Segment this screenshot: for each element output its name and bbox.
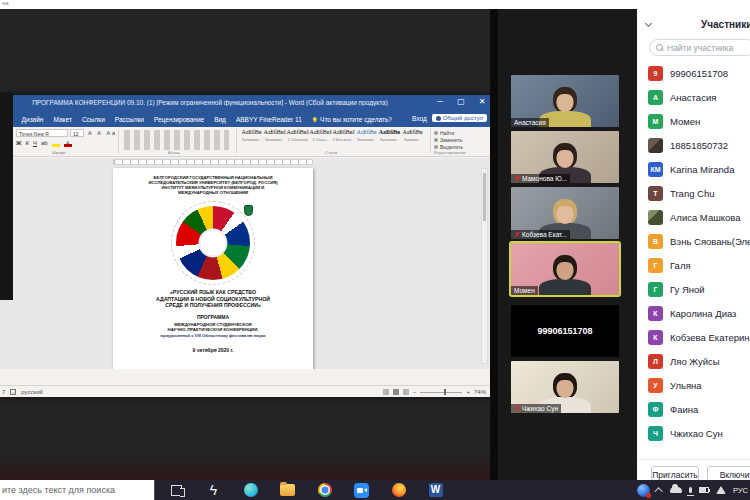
edge-button[interactable] <box>232 480 269 500</box>
share-button[interactable]: Общий доступ <box>432 114 487 122</box>
style-cell-1[interactable]: АаБбВвІЗаголово... <box>263 129 286 151</box>
participant-row[interactable]: УУльяна <box>637 373 750 397</box>
video-tile-name: Анастасия <box>511 118 549 127</box>
lightning-app-button[interactable]: ϟ <box>195 480 232 500</box>
tray-chevron-up-icon[interactable] <box>654 487 662 495</box>
change-case-buttons[interactable]: А А Аа <box>88 130 117 136</box>
participant-row[interactable]: ААнастасия <box>637 85 750 109</box>
word-scrollbar[interactable] <box>481 168 488 364</box>
editing-select-button[interactable]: Выделить <box>434 143 486 150</box>
participant-row[interactable]: ЧЧжихао Сун <box>637 421 750 445</box>
ruler[interactable] <box>0 158 490 166</box>
wifi-icon[interactable] <box>716 486 726 494</box>
zoom-slider[interactable] <box>420 392 462 393</box>
participant-row[interactable]: КМKarina Miranda <box>637 157 750 181</box>
participant-row[interactable]: ГГаля <box>637 253 750 277</box>
signin-link[interactable]: Вход <box>412 115 427 122</box>
file-explorer-button[interactable] <box>269 480 306 500</box>
bold-button[interactable]: Ж <box>16 140 21 147</box>
participant-photo-avatar <box>648 138 663 153</box>
firefox-button[interactable] <box>380 480 417 500</box>
participant-row[interactable]: ККобзева Екатерина Алек <box>637 325 750 349</box>
style-cell-3[interactable]: АаБбВвІ1 Обыч... <box>309 129 332 151</box>
word-taskbar-button[interactable]: W <box>417 480 454 500</box>
print-layout-icon[interactable] <box>393 389 399 395</box>
top-strip-text: на <box>2 0 9 6</box>
strikethrough-button[interactable]: ab <box>41 140 48 147</box>
folder-icon <box>280 484 295 496</box>
participant-name: Karina Miranda <box>670 164 734 175</box>
microphone-tray-icon[interactable] <box>689 487 692 493</box>
chrome-button[interactable] <box>306 480 343 500</box>
chevron-down-icon[interactable] <box>645 20 652 27</box>
participant-avatar: Т <box>648 186 663 201</box>
video-tile-4[interactable]: 99906151708 <box>511 305 619 357</box>
style-cell-4[interactable]: АаБбВвІ1 Без инте... <box>332 129 355 151</box>
style-cell-6[interactable]: АаБбВвЗаголово... <box>378 129 401 151</box>
participant-avatar: Г <box>648 258 663 273</box>
italic-button[interactable]: К <box>25 140 29 147</box>
editing-replace-button[interactable]: Заменить <box>434 136 486 143</box>
participant-row[interactable]: ТTrang Chu <box>637 181 750 205</box>
word-window[interactable]: ПРОГРАММА КОНФЕРЕНЦИИ 09.10. (1) [Режим … <box>0 95 490 397</box>
keyboard-language[interactable]: РУС <box>733 486 748 495</box>
ribbon-tab-6[interactable]: Вид <box>209 116 231 123</box>
ribbon-tab-4[interactable]: Рассылки <box>110 116 149 123</box>
zoom-out-button[interactable]: − <box>413 389 417 395</box>
web-layout-icon[interactable] <box>403 389 409 395</box>
style-cell-5[interactable]: АаБбВвЗаголово... <box>355 129 378 151</box>
ribbon-tab-8[interactable]: Что вы хотите сделать? <box>307 116 397 123</box>
document-page[interactable]: БЕЛГОРОДСКИЙ ГОСУДАРСТВЕННЫЙ НАЦИОНАЛЬНЫ… <box>113 168 313 369</box>
participant-row[interactable]: 18851850732 <box>637 133 750 157</box>
maximize-icon[interactable]: ▢ <box>455 97 467 106</box>
status-language[interactable]: русский <box>21 389 43 395</box>
participant-row[interactable]: ВВэнь Сяовань(Элеонора) <box>637 229 750 253</box>
zoom-app-button[interactable] <box>343 480 380 500</box>
style-cell-7[interactable]: АаБбВвЗаголов... <box>401 129 424 151</box>
participant-search-input[interactable]: Найти участника <box>649 39 750 56</box>
video-tile-2[interactable]: Кобзева Екат... <box>511 187 619 239</box>
font-name-select[interactable]: Times New R <box>16 129 68 137</box>
ribbon-tab-5[interactable]: Рецензирование <box>149 116 209 123</box>
zoom-in-button[interactable]: + <box>466 389 470 395</box>
style-cell-2[interactable]: АаБбВвІ1 Обычный <box>286 129 309 151</box>
underline-button[interactable]: Ч <box>33 140 37 147</box>
video-tile-3[interactable]: Момен <box>511 243 619 295</box>
participant-row[interactable]: ГГу Яной <box>637 277 750 301</box>
video-tile-0[interactable]: Анастасия <box>511 75 619 127</box>
highlight-color-button[interactable] <box>52 140 60 147</box>
ribbon-tab-2[interactable]: Макет <box>48 116 76 123</box>
onedrive-cloud-icon[interactable] <box>670 487 682 493</box>
spellcheck-icon[interactable]: ✓ <box>10 389 16 395</box>
ribbon-tab-7[interactable]: ABBYY FineReader 11 <box>231 116 307 123</box>
minimize-icon[interactable]: ─ <box>434 97 446 106</box>
ribbon-tab-3[interactable]: Ссылки <box>77 116 110 123</box>
editing-find-button[interactable]: Найти <box>434 129 486 136</box>
task-view-button[interactable] <box>158 480 195 500</box>
participant-row[interactable]: ЛЛяо Жуйсы <box>637 349 750 373</box>
video-tile-5[interactable]: Чжихао Сун <box>511 361 619 413</box>
ribbon-tab-1[interactable]: Дизайн <box>17 116 49 123</box>
close-icon[interactable]: ✕ <box>476 97 488 106</box>
chrome-icon <box>318 483 332 497</box>
taskbar-search-input[interactable]: ите здесь текст для поиска <box>0 480 155 500</box>
participant-row[interactable]: ММомен <box>637 109 750 133</box>
paragraph-buttons[interactable] <box>124 130 229 150</box>
participant-avatar: А <box>648 90 663 105</box>
participant-row[interactable]: 999906151708 <box>637 61 750 85</box>
word-title: ПРОГРАММА КОНФЕРЕНЦИИ 09.10. (1) [Режим … <box>0 99 420 106</box>
wallpaper-glow <box>0 454 490 480</box>
word-ribbon: жму Times New R 12 А А Аа Ж К Ч ab А Шри… <box>0 127 490 157</box>
participant-row[interactable]: Алиса Машкова <box>637 205 750 229</box>
notification-app-icon[interactable] <box>637 484 650 497</box>
participant-row[interactable]: ККаролина Диаз <box>637 301 750 325</box>
video-tile-1[interactable]: Мамонова Ю... <box>511 131 619 183</box>
word-icon: W <box>429 483 443 497</box>
style-cell-0[interactable]: АаБбВвЗаголово... <box>240 129 263 151</box>
battery-icon[interactable] <box>699 487 709 493</box>
font-color-button[interactable]: А <box>64 140 72 147</box>
participant-row[interactable]: ФФаина <box>637 397 750 421</box>
read-mode-icon[interactable] <box>383 389 389 395</box>
zoom-percent[interactable]: 74% <box>474 389 486 395</box>
font-size-select[interactable]: 12 <box>70 129 84 137</box>
